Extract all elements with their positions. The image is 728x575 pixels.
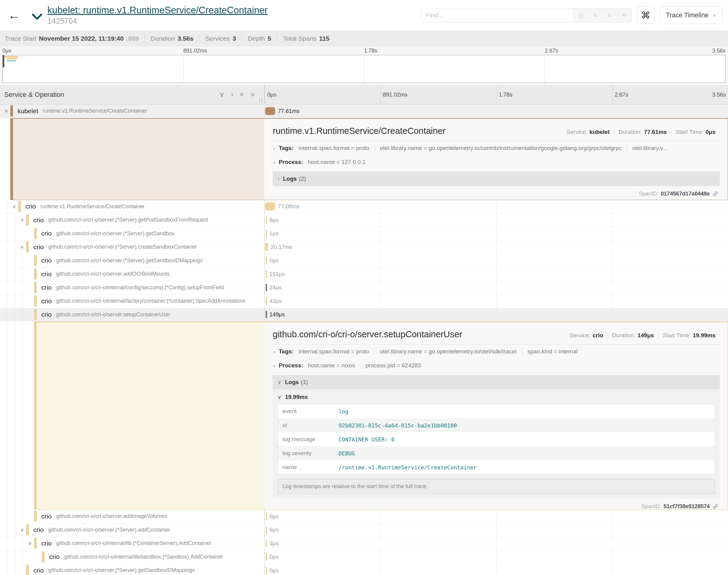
minimap-scrubber-handle[interactable] (3, 55, 4, 67)
detail-duration: Duration:149μs (607, 332, 658, 339)
span-duration-bar[interactable] (266, 553, 267, 561)
process-accordion[interactable]: › Process: host.name = 127.0.0.1 (273, 155, 720, 169)
trace-minimap: 0μs 891.02ms 1.78s 2.67s 3.56s (0, 46, 728, 85)
minimap-ruler: 0μs 891.02ms 1.78s 2.67s 3.56s (2, 47, 726, 55)
next-match-icon[interactable]: ∨ (607, 11, 612, 19)
chevron-right-icon: › (273, 363, 275, 369)
trace-services: Services 3 (205, 35, 236, 42)
detail-duration: Duration:77.61ms (614, 129, 671, 135)
service-operation-header: Service & Operation (4, 91, 219, 99)
span-duration-bar[interactable] (265, 243, 268, 251)
span-duration-bar[interactable] (266, 270, 267, 278)
span-duration-bar[interactable] (265, 202, 275, 210)
trace-depth: Depth 5 (248, 35, 271, 42)
service-color-bar (34, 295, 37, 307)
log-entry-accordion[interactable]: ∨ 19.99ms (277, 390, 715, 404)
span-duration-bar[interactable] (265, 107, 275, 115)
log-field-row: log.message CONTAINER USER: 0 (278, 432, 715, 446)
collapse-one-icon[interactable]: ∨ (219, 91, 225, 99)
service-color-bar (26, 241, 29, 252)
span-row[interactable]: crio github.com/cri-o/cri-o/server.addIm… (0, 510, 728, 523)
service-color-bar (10, 105, 13, 116)
service-color-bar (34, 268, 37, 280)
span-expander-icon[interactable]: ∨ (2, 108, 10, 114)
span-row[interactable]: crio github.com/cri-o/cri-o/server.setup… (0, 308, 728, 322)
tags-accordion[interactable]: › Tags: internal.span.format = proto ote… (273, 345, 720, 359)
span-expander-icon[interactable]: ∨ (18, 217, 26, 223)
span-row[interactable]: crio github.com/cri-o/cri-o/server.(*Ser… (0, 254, 728, 268)
expand-all-icon[interactable]: » (251, 91, 255, 99)
back-icon[interactable]: ← (4, 8, 24, 22)
view-selector-label: Trace Timeline (666, 11, 708, 19)
clear-find-icon[interactable]: ✕ (621, 11, 627, 19)
span-expander-icon[interactable]: ∨ (18, 244, 26, 250)
span-row[interactable]: ∨ crio github.com/cri-o/cri-o/server.(*S… (0, 213, 728, 227)
spanid-row: SpanID: 51cf7f38e5128574 (273, 499, 720, 510)
service-color-bar (34, 538, 37, 549)
scroll-to-match-icon[interactable]: ◎ (578, 11, 584, 19)
detail-span-title: github.com/cri-o/cri-o/server.setupConta… (273, 329, 565, 339)
span-row[interactable]: ∨ crio runtime.v1.RuntimeService/CreateC… (0, 200, 728, 214)
span-duration-bar[interactable] (266, 297, 267, 305)
view-selector-button[interactable]: Trace Timeline ∨ (660, 6, 723, 24)
span-row[interactable]: ∨ kubelet runtime.v1.RuntimeService/Crea… (0, 104, 728, 118)
service-color-bar (34, 309, 37, 320)
prev-match-icon[interactable]: ∧ (593, 11, 598, 19)
span-expander-icon[interactable]: ∨ (10, 203, 18, 210)
logs-accordion[interactable]: ∨ Logs (1) (273, 375, 720, 390)
column-resizer[interactable] (259, 98, 262, 103)
service-color-bar (10, 118, 13, 200)
collapse-trace-chevron-icon[interactable] (32, 13, 42, 22)
span-row[interactable]: crio github.com/cri-o/cri-o/internal/con… (0, 281, 728, 295)
span-row[interactable]: crio github.com/cri-o/cri-o/server.(*Ser… (0, 227, 728, 241)
service-color-bar (26, 524, 29, 536)
span-row[interactable]: ∨ crio github.com/cri-o/cri-o/server.(*S… (0, 523, 728, 537)
keyboard-shortcuts-button[interactable]: ⌘ (637, 6, 654, 24)
span-duration-bar[interactable] (266, 567, 267, 574)
span-row[interactable]: ∨ crio github.com/cri-o/cri-o/server.(*S… (0, 240, 728, 254)
trace-id: 1425704 (47, 17, 268, 26)
logs-content: ∨ 19.99ms event log id 92b82381-025c-4a6… (273, 390, 720, 499)
chevron-down-icon: ∨ (277, 394, 281, 400)
chevron-right-icon: › (277, 176, 279, 182)
span-duration-bar[interactable] (266, 230, 267, 237)
trace-duration: Duration 3.56s (151, 35, 194, 42)
detail-span-title: runtime.v1.RuntimeService/CreateContaine… (273, 126, 562, 136)
span-duration-bar[interactable] (266, 216, 267, 224)
span-duration-bar[interactable] (266, 539, 267, 547)
log-field-row: event log (278, 404, 715, 419)
trace-total-spans: Total Spans 115 (283, 35, 330, 42)
chevron-right-icon: › (273, 349, 275, 355)
link-icon[interactable] (711, 189, 720, 198)
log-fields-table: event log id 92b82381-025c-4a64-815c-ba2… (277, 404, 715, 475)
span-expander-icon[interactable]: ∨ (18, 527, 26, 533)
minimap-span (7, 58, 17, 60)
minimap-canvas[interactable] (2, 55, 726, 83)
link-icon[interactable] (711, 502, 720, 510)
span-expander-icon[interactable]: ∨ (26, 540, 34, 546)
span-duration-bar[interactable] (266, 512, 267, 520)
tags-accordion[interactable]: › Tags: internal.span.format = proto ote… (273, 141, 720, 155)
span-row[interactable]: ∨ crio github.com/cri-o/cri-o/internal/l… (0, 537, 728, 550)
span-row[interactable]: crio github.com/cri-o/cri-o/internal/fac… (0, 295, 728, 308)
span-duration-bar[interactable] (266, 284, 267, 292)
logs-accordion[interactable]: › Logs (2) (273, 172, 720, 186)
span-duration-bar[interactable] (266, 311, 267, 318)
trace-start: Trace Start November 15 2022, 11:19:40.8… (5, 35, 139, 42)
chevron-right-icon: › (273, 145, 275, 151)
span-detail-kubelet: runtime.v1.RuntimeService/CreateContaine… (0, 118, 728, 200)
service-color-bar (26, 565, 29, 575)
expand-one-icon[interactable]: › (231, 91, 234, 99)
span-detail-crio: github.com/cri-o/cri-o/server.setupConta… (0, 322, 728, 510)
span-row[interactable]: crio github.com/cri-o/cri-o/server.(*Ser… (0, 564, 728, 575)
span-duration-bar[interactable] (266, 257, 267, 264)
collapse-all-icon[interactable]: » (238, 93, 246, 97)
span-row[interactable]: crio github.com/cri-o/cri-o/server.addOC… (0, 267, 728, 281)
timeline-ruler: 0μs 891.02ms 1.78s 2.67s 3.56s (264, 85, 728, 104)
find-input[interactable] (421, 8, 573, 22)
span-row[interactable]: crio github.com/cri-o/cri-o/internal/lib… (0, 550, 728, 564)
process-accordion[interactable]: › Process: host.name = nixos process.pid… (273, 359, 720, 373)
span-duration-bar[interactable] (266, 526, 267, 534)
service-color-bar (26, 214, 29, 226)
trace-title-link[interactable]: kubelet: runtime.v1.RuntimeService/Creat… (47, 5, 268, 16)
